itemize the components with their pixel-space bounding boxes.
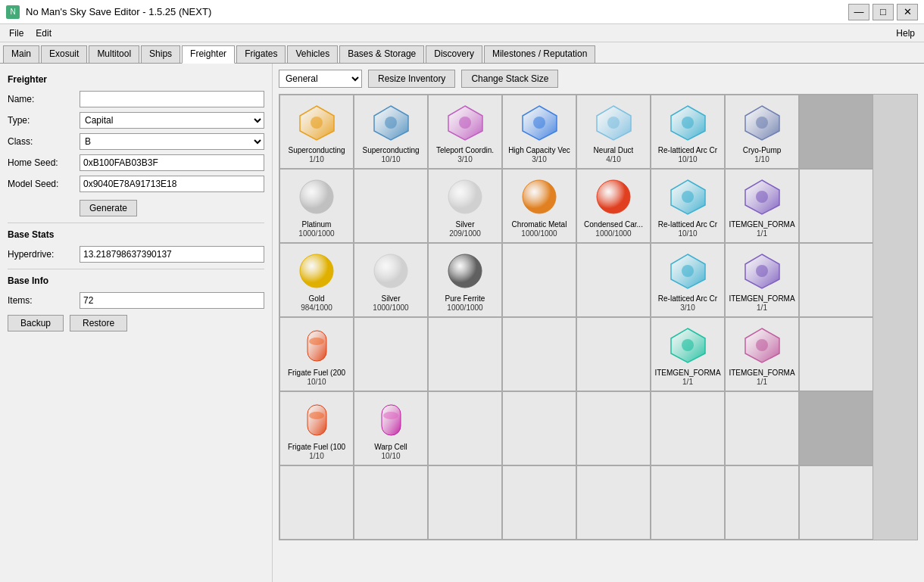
item-quantity: 1/1 (757, 303, 767, 312)
help-button[interactable]: Help (890, 26, 921, 40)
items-row: Items: (8, 292, 264, 309)
inventory-cell[interactable] (799, 317, 873, 391)
tab-vehicles[interactable]: Vehicles (287, 45, 338, 63)
svg-point-3 (385, 117, 397, 129)
inventory-cell[interactable] (576, 465, 651, 540)
inventory-cell[interactable]: Cryo-Pump1/10 (725, 95, 799, 169)
item-name: Teleport Coordin. (436, 146, 494, 155)
inventory-cell[interactable]: ITEMGEN_FORMA1/1 (725, 317, 799, 391)
inventory-cell[interactable] (502, 243, 576, 317)
item-name: Cryo-Pump (743, 146, 782, 155)
item-quantity: 10/10 (381, 452, 400, 460)
file-menu[interactable]: File (3, 26, 30, 40)
maximize-button[interactable]: □ (872, 4, 894, 20)
item-icon (368, 397, 414, 443)
inventory-cell[interactable]: High Capacity Vec3/10 (502, 95, 576, 169)
title-bar-left: N No Man's Sky Save Editor - 1.5.25 (NEX… (6, 5, 211, 19)
item-name: Gold (308, 294, 324, 303)
items-input[interactable] (80, 292, 264, 309)
tab-main[interactable]: Main (3, 45, 39, 63)
inventory-cell[interactable]: Superconducting10/10 (354, 95, 428, 169)
item-name: Frigate Fuel (100 (288, 443, 345, 452)
item-name: Warp Cell (374, 443, 407, 452)
inventory-cell[interactable] (428, 391, 502, 465)
inventory-cell[interactable]: Warp Cell10/10 (354, 391, 428, 465)
item-quantity: 10/10 (678, 229, 697, 238)
tab-multitool[interactable]: Multitool (89, 45, 139, 63)
inventory-cell[interactable]: Platinum1000/1000 (279, 169, 354, 243)
inventory-cell[interactable] (428, 465, 502, 540)
item-name: Re-latticed Arc Cr (658, 146, 717, 155)
svg-point-22 (300, 254, 333, 288)
inventory-cell[interactable]: Pure Ferrite1000/1000 (428, 243, 502, 317)
name-input[interactable] (80, 91, 264, 107)
inventory-cell[interactable]: Neural Duct4/10 (576, 95, 651, 169)
item-icon (739, 249, 785, 294)
inventory-cell[interactable]: ITEMGEN_FORMA1/1 (725, 243, 799, 317)
inventory-cell[interactable] (576, 243, 651, 317)
svg-point-26 (682, 265, 694, 277)
inventory-cell[interactable] (799, 465, 873, 540)
restore-button[interactable]: Restore (70, 315, 127, 331)
item-icon (294, 101, 339, 146)
inventory-cell[interactable]: Superconducting1/10 (279, 95, 354, 169)
inventory-cell[interactable] (502, 391, 576, 465)
inventory-cell[interactable] (502, 465, 576, 540)
item-quantity: 1/10 (309, 155, 323, 163)
inventory-cell[interactable]: Frigate Fuel (1001/10 (279, 391, 354, 465)
inventory-cell[interactable]: Re-latticed Arc Cr10/10 (651, 169, 725, 243)
home-seed-input[interactable] (80, 154, 264, 171)
inventory-cell[interactable]: ITEMGEN_FORMA1/1 (651, 317, 725, 391)
inventory-cell[interactable] (354, 169, 428, 243)
type-select[interactable]: Capital (80, 112, 264, 129)
left-panel: Freighter Name: Type: Capital Class: B A… (0, 64, 273, 582)
inventory-cell[interactable] (651, 391, 725, 465)
close-button[interactable]: ✕ (897, 4, 918, 20)
inventory-cell[interactable]: ITEMGEN_FORMA1/1 (725, 169, 799, 243)
inventory-cell[interactable] (428, 317, 502, 391)
tab-milestones[interactable]: Milestones / Reputation (484, 45, 595, 63)
name-row: Name: (8, 91, 264, 107)
edit-menu[interactable]: Edit (30, 26, 58, 40)
model-seed-input[interactable] (80, 176, 264, 192)
item-quantity: 1/1 (757, 378, 767, 386)
inventory-cell[interactable] (502, 317, 576, 391)
inventory-cell[interactable]: Chromatic Metal1000/1000 (502, 169, 576, 243)
inventory-cell[interactable]: Teleport Coordin.3/10 (428, 95, 502, 169)
inventory-cell[interactable]: Silver209/1000 (428, 169, 502, 243)
tab-frigates[interactable]: Frigates (236, 45, 286, 63)
tab-ships[interactable]: Ships (141, 45, 180, 63)
generate-button[interactable]: Generate (80, 200, 137, 216)
inventory-cell[interactable] (799, 169, 873, 243)
tab-exosuit[interactable]: Exosuit (41, 45, 87, 63)
svg-point-16 (523, 180, 556, 213)
item-icon (665, 175, 710, 220)
inventory-cell[interactable] (725, 465, 799, 540)
inventory-type-select[interactable]: General Technology Cargo (279, 70, 362, 88)
inventory-cell[interactable] (354, 465, 428, 540)
inventory-cell[interactable]: Frigate Fuel (20010/10 (279, 317, 354, 391)
minimize-button[interactable]: — (848, 4, 869, 20)
change-stack-size-button[interactable]: Change Stack Size (461, 70, 558, 88)
inventory-cell[interactable]: Silver1000/1000 (354, 243, 428, 317)
inventory-cell[interactable] (354, 317, 428, 391)
resize-inventory-button[interactable]: Resize Inventory (368, 70, 455, 88)
inventory-cell[interactable] (799, 243, 873, 317)
tab-freighter[interactable]: Freighter (182, 45, 235, 64)
item-quantity: 1/1 (682, 378, 693, 386)
hyperdrive-input[interactable] (80, 246, 264, 263)
inventory-cell[interactable] (651, 465, 725, 540)
inventory-cell[interactable] (576, 317, 651, 391)
inventory-cell[interactable]: Condensed Car...1000/1000 (576, 169, 651, 243)
tab-bases-storage[interactable]: Bases & Storage (339, 45, 424, 63)
inventory-cell[interactable]: Gold984/1000 (279, 243, 354, 317)
inventory-cell[interactable] (279, 465, 354, 540)
inventory-cell[interactable] (725, 391, 799, 465)
tab-discovery[interactable]: Discovery (426, 45, 482, 63)
inventory-cell[interactable]: Re-latticed Arc Cr3/10 (651, 243, 725, 317)
class-select[interactable]: B A S C (80, 133, 264, 150)
inventory-cell[interactable]: Re-latticed Arc Cr10/10 (651, 95, 725, 169)
backup-button[interactable]: Backup (8, 315, 64, 331)
inventory-cell[interactable] (576, 391, 651, 465)
item-quantity: 1/1 (757, 229, 767, 238)
